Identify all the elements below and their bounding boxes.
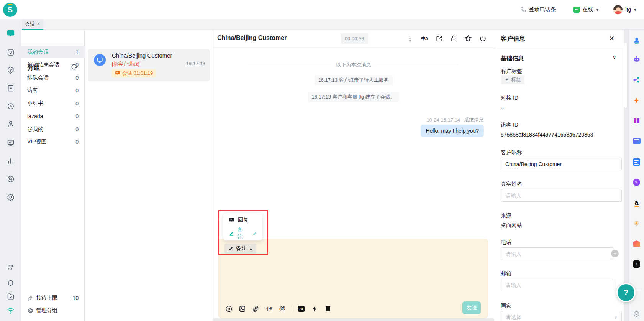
online-chat-icon: ••• — [573, 7, 580, 13]
quality-search-icon[interactable] — [0, 173, 21, 186]
chat-bottom-strip — [213, 318, 494, 321]
group-label: VIP视图 — [27, 138, 47, 145]
power-end-session-icon[interactable] — [478, 34, 487, 43]
app-logo[interactable]: S — [3, 3, 17, 17]
manage-groups-row[interactable]: 管理分组 — [21, 305, 85, 316]
email-label: 邮箱 — [501, 270, 511, 277]
group-item-queued[interactable]: 排队会话0 — [21, 71, 85, 84]
country-select[interactable]: 请选择 ∨ — [501, 311, 622, 321]
menu-item-note[interactable]: 备注 ✓ — [223, 227, 262, 240]
user-menu[interactable]: ltg ▼ — [613, 5, 637, 15]
phone-input[interactable] — [501, 247, 613, 260]
source-label: 来源 — [501, 212, 511, 219]
chat-header: China/Beijing Customer 00:00:39 中A — [213, 30, 494, 48]
star-favorite-icon[interactable] — [464, 34, 473, 43]
close-icon[interactable]: ✕ — [609, 35, 615, 43]
history-clock-icon[interactable] — [0, 100, 21, 113]
nickname-input[interactable] — [501, 158, 622, 170]
notes-plugin-icon[interactable] — [629, 156, 644, 168]
username-label: ltg — [625, 7, 631, 13]
tiktok-plugin-icon[interactable]: ♪ — [629, 258, 644, 270]
unlock-icon[interactable] — [449, 34, 458, 43]
customer-icon[interactable] — [0, 117, 21, 130]
lazada-plugin-icon[interactable] — [629, 238, 644, 249]
walmart-plugin-icon[interactable]: ✳ — [629, 217, 644, 229]
add-tag-button[interactable]: ＋标签 — [501, 75, 524, 84]
online-status-dropdown[interactable]: ••• 在线 ▼ — [573, 6, 599, 13]
manage-gear-icon — [27, 308, 33, 314]
menu-item-reply[interactable]: 回复 — [223, 213, 262, 227]
browser-plugin-icon[interactable] — [629, 135, 644, 147]
group-item-my-sessions[interactable]: 我的会话1 — [21, 46, 85, 58]
group-count: 0 — [75, 75, 79, 81]
group-label: 访客 — [27, 87, 38, 94]
mention-icon[interactable]: @ — [278, 305, 287, 313]
folder-check-icon[interactable] — [0, 290, 21, 303]
network-wifi-icon[interactable] — [0, 304, 21, 317]
emoji-icon[interactable] — [224, 305, 233, 313]
session-duration-badge: 会话 01:01:19 — [112, 69, 156, 77]
group-label: lazada — [27, 113, 43, 119]
reception-limit-row[interactable]: 接待上限 10 — [21, 292, 85, 304]
more-options-icon[interactable] — [405, 34, 415, 43]
group-item-xiaohongshu[interactable]: 小红书0 — [21, 97, 85, 110]
group-item-visitors[interactable]: 访客0 — [21, 84, 85, 97]
workflow-plugin-icon[interactable] — [629, 74, 644, 86]
editor-plugin-icon[interactable]: ✎ — [629, 176, 644, 188]
logo-arc-icon — [7, 4, 13, 7]
conversation-name: China/Beijing Customer — [112, 52, 172, 59]
tasks-icon[interactable] — [0, 46, 21, 59]
bar-chart-icon[interactable] — [0, 155, 21, 168]
tab-conversation[interactable]: 会话 ✕ — [22, 19, 43, 30]
group-label: 排队会话 — [27, 74, 49, 81]
docking-id-label: 对接 ID — [501, 95, 518, 102]
chevron-down-icon: ∨ — [614, 315, 617, 320]
ai-assistant-icon[interactable]: AI — [297, 305, 305, 313]
customer-tag-label: 客户标签 — [501, 68, 522, 75]
conversation-list-item[interactable]: China/Beijing Customer [新客户进线] 16:17:13 … — [88, 49, 210, 81]
settings-gear-icon[interactable] — [0, 191, 21, 204]
group-count: 0 — [75, 126, 79, 132]
manage-groups-label: 管理分组 — [36, 307, 57, 314]
country-placeholder: 请选择 — [505, 314, 521, 321]
plugin-settings-gear-icon[interactable] — [629, 308, 644, 319]
scrollbar-thumb[interactable] — [624, 42, 627, 109]
note-compose-area[interactable]: 备注 ▲ 中A @ AI 发送 — [218, 239, 488, 318]
attachment-icon[interactable] — [251, 305, 260, 313]
tab-close-icon[interactable]: ✕ — [37, 21, 40, 26]
amazon-plugin-icon[interactable]: a — [629, 197, 644, 208]
customer-info-plugin-icon[interactable] — [629, 35, 644, 46]
image-icon[interactable] — [238, 305, 246, 313]
quick-actions-plugin-icon[interactable] — [629, 95, 644, 106]
help-button[interactable]: ? — [616, 283, 636, 302]
message-time: 10-24 16:17:14 — [427, 117, 460, 123]
realname-input[interactable] — [501, 189, 622, 202]
chat-nav-icon[interactable] — [0, 27, 21, 40]
group-item-passive-ended[interactable]: 被动结束会话0 — [21, 58, 85, 71]
collapse-chevron-icon[interactable]: ∨ — [613, 55, 616, 60]
group-item-lazada[interactable]: lazada0 — [21, 110, 85, 122]
monitor-chart-icon[interactable] — [0, 136, 21, 149]
reception-limit-value: 10 — [72, 295, 79, 301]
translate-icon[interactable]: 中A — [265, 305, 273, 313]
send-button[interactable]: 发送 — [462, 301, 481, 314]
share-export-icon[interactable] — [434, 34, 444, 43]
quick-reply-lightning-icon[interactable] — [310, 305, 319, 313]
notebook-icon[interactable] — [0, 82, 21, 95]
chatbot-plugin-icon[interactable] — [629, 54, 644, 65]
top-bar: S 登录电话条 ••• 在线 ▼ ltg ▼ — [0, 0, 644, 19]
knowledge-base-plugin-icon[interactable] — [629, 115, 644, 127]
agent-status-icon[interactable] — [0, 261, 21, 274]
bell-icon[interactable] — [0, 276, 21, 289]
email-input[interactable] — [501, 279, 613, 291]
translate-icon[interactable]: 中A — [420, 34, 429, 43]
avatar — [613, 5, 623, 15]
add-tag-label: 标签 — [511, 76, 521, 83]
add-phone-icon[interactable]: ＋ — [611, 250, 619, 257]
knowledge-book-icon[interactable] — [324, 305, 332, 313]
group-item-vip-view[interactable]: VIP视图0 — [21, 135, 85, 148]
phone-login-button[interactable]: 登录电话条 — [520, 6, 556, 13]
compose-mode-button[interactable]: 备注 ▲ — [224, 244, 256, 254]
group-item-at-me[interactable]: @我的0 — [21, 123, 85, 135]
workorder-icon[interactable] — [0, 64, 21, 77]
